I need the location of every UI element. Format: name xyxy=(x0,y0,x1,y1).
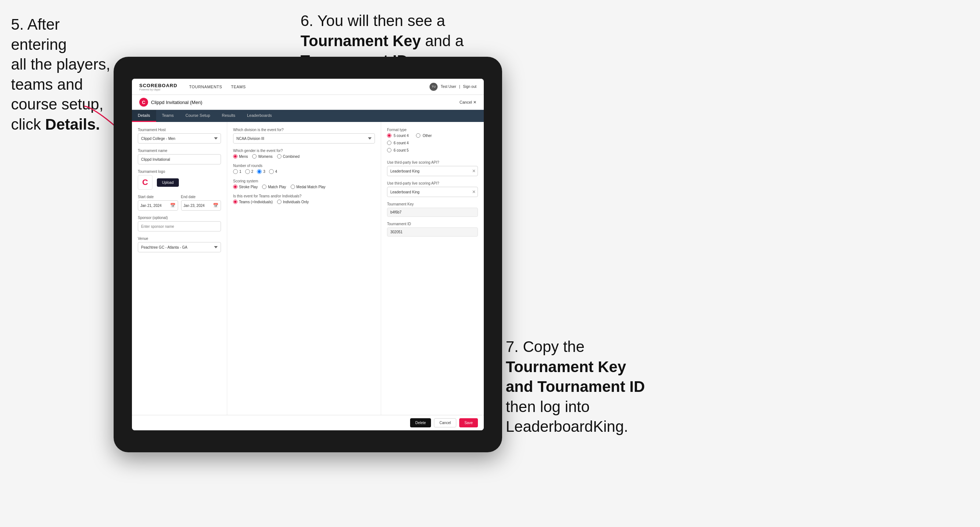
third-party-2-label: Use third-party live scoring API? xyxy=(387,181,478,185)
tournament-name-group: Tournament name xyxy=(138,149,221,164)
tournament-title: Clippd Invitational (Men) xyxy=(151,100,202,105)
format-5count4[interactable]: 5 count 4 xyxy=(387,133,409,138)
third-party-2-select[interactable]: Leaderboard King xyxy=(387,187,478,197)
scoring-group: Scoring system Stroke Play Match Play Me… xyxy=(233,179,375,189)
venue-select[interactable]: Peachtree GC - Atlanta - GA xyxy=(138,242,221,252)
top-nav: SCOREBOARD Powered by clippd TOURNAMENTS… xyxy=(132,79,484,95)
teams-plus-individuals[interactable]: Teams (+Individuals) xyxy=(233,200,273,204)
start-date-input[interactable] xyxy=(140,204,170,208)
rounds-2[interactable]: 2 xyxy=(245,169,254,174)
third-party-2-clear-button[interactable]: ✕ xyxy=(472,189,476,194)
format-columns: 5 count 4 6 count 4 6 count 5 Oth xyxy=(387,133,478,155)
format-6count4[interactable]: 6 count 4 xyxy=(387,141,409,145)
tournament-logo-label: Tournament logo xyxy=(138,170,221,174)
format-other[interactable]: Other xyxy=(416,133,432,138)
middle-column: Which division is the event for? NCAA Di… xyxy=(227,122,381,415)
scoring-stroke-play[interactable]: Stroke Play xyxy=(233,184,258,189)
venue-group: Venue Peachtree GC - Atlanta - GA xyxy=(138,237,221,252)
end-date-label: End date xyxy=(181,195,221,199)
tournament-name-input[interactable] xyxy=(138,154,221,164)
tab-course-setup[interactable]: Course Setup xyxy=(180,110,216,122)
third-party-1-group: Use third-party live scoring API? Leader… xyxy=(387,160,478,176)
rounds-group: Number of rounds 1 2 3 4 xyxy=(233,164,375,174)
delete-button[interactable]: Delete xyxy=(410,418,431,427)
cancel-button[interactable]: Cancel xyxy=(434,418,456,427)
scoring-radio-group: Stroke Play Match Play Medal Match Play xyxy=(233,184,375,189)
user-avatar: TU xyxy=(430,83,438,91)
third-party-2-group: Use third-party live scoring API? Leader… xyxy=(387,181,478,197)
teams-group: Is this event for Teams and/or Individua… xyxy=(233,194,375,204)
format-type-group: Format type 5 count 4 6 count 4 6 count … xyxy=(387,128,478,155)
third-party-1-clear-button[interactable]: ✕ xyxy=(472,168,476,174)
sponsor-group: Sponsor (optional) xyxy=(138,216,221,232)
nav-signout[interactable]: Sign out xyxy=(463,84,476,89)
scoring-match-play[interactable]: Match Play xyxy=(262,184,286,189)
logo-preview: C xyxy=(138,175,153,190)
main-content: Tournament Host Clippd College - Men Tou… xyxy=(132,122,484,415)
rounds-radio-group: 1 2 3 4 xyxy=(233,169,375,174)
tournament-name-label: Tournament name xyxy=(138,149,221,153)
end-date-calendar-icon: 📅 xyxy=(213,203,218,208)
start-date-calendar-icon: 📅 xyxy=(170,203,175,208)
tournament-logo-group: Tournament logo C Upload xyxy=(138,170,221,190)
tournament-key-label: Tournament Key xyxy=(387,202,478,206)
third-party-1-select-wrap: Leaderboard King ✕ xyxy=(387,166,478,176)
end-date-input[interactable] xyxy=(184,204,213,208)
left-column: Tournament Host Clippd College - Men Tou… xyxy=(132,122,227,415)
nav-right: TU Test User | Sign out xyxy=(430,83,476,91)
scoring-label: Scoring system xyxy=(233,179,375,183)
gender-womens[interactable]: Womens xyxy=(252,154,272,159)
bottom-bar: Delete Cancel Save xyxy=(132,415,484,430)
format-col-right: Other xyxy=(416,133,432,155)
division-select[interactable]: NCAA Division III xyxy=(233,133,375,144)
tournament-key-value: b4f6b7 xyxy=(387,208,478,217)
tablet: SCOREBOARD Powered by clippd TOURNAMENTS… xyxy=(114,57,502,452)
format-6count5[interactable]: 6 count 5 xyxy=(387,148,409,152)
rounds-label: Number of rounds xyxy=(233,164,375,168)
nav-teams[interactable]: TEAMS xyxy=(231,84,245,89)
end-date-field: End date 📅 xyxy=(181,195,221,211)
sponsor-label: Sponsor (optional) xyxy=(138,216,221,220)
nav-separator: | xyxy=(459,84,460,89)
start-date-field: Start date 📅 xyxy=(138,195,178,211)
tab-bar: Details Teams Course Setup Results Leade… xyxy=(132,110,484,122)
tournament-id-group: Tournament ID 302051 xyxy=(387,222,478,237)
rounds-4[interactable]: 4 xyxy=(269,169,277,174)
logo-sub: Powered by clippd xyxy=(139,88,177,91)
tab-teams[interactable]: Teams xyxy=(156,110,180,122)
logo-text: SCOREBOARD xyxy=(139,83,177,88)
teams-radio-group: Teams (+Individuals) Individuals Only xyxy=(233,200,375,204)
scoring-medal-match-play[interactable]: Medal Match Play xyxy=(291,184,325,189)
nav-tournaments[interactable]: TOURNAMENTS xyxy=(189,84,222,89)
individuals-only[interactable]: Individuals Only xyxy=(277,200,309,204)
third-party-1-label: Use third-party live scoring API? xyxy=(387,160,478,164)
logo-upload-area: C Upload xyxy=(138,175,221,190)
start-date-label: Start date xyxy=(138,195,178,199)
start-date-wrap: 📅 xyxy=(138,200,178,211)
gender-combined[interactable]: Combined xyxy=(277,154,300,159)
rounds-3[interactable]: 3 xyxy=(257,169,265,174)
tournament-key-group: Tournament Key b4f6b7 xyxy=(387,202,478,217)
save-button[interactable]: Save xyxy=(459,418,478,427)
sponsor-input[interactable] xyxy=(138,221,221,232)
tab-leaderboards[interactable]: Leaderboards xyxy=(241,110,278,122)
format-col-left: 5 count 4 6 count 4 6 count 5 xyxy=(387,133,409,155)
teams-label: Is this event for Teams and/or Individua… xyxy=(233,194,375,198)
third-party-1-select[interactable]: Leaderboard King xyxy=(387,166,478,176)
upload-button[interactable]: Upload xyxy=(157,178,179,187)
tournament-id-value: 302051 xyxy=(387,227,478,237)
tournament-header: C Clippd Invitational (Men) Cancel ✕ xyxy=(132,95,484,110)
tournament-host-group: Tournament Host Clippd College - Men xyxy=(138,128,221,144)
nav-user: Test User xyxy=(441,84,456,89)
end-date-wrap: 📅 xyxy=(181,200,221,211)
rounds-1[interactable]: 1 xyxy=(233,169,242,174)
logo-c-big: C xyxy=(142,178,148,187)
tournament-id-label: Tournament ID xyxy=(387,222,478,226)
tournament-logo-c: C xyxy=(139,98,148,106)
cancel-x-button[interactable]: Cancel ✕ xyxy=(460,100,476,105)
tab-results[interactable]: Results xyxy=(216,110,241,122)
right-column: Format type 5 count 4 6 count 4 6 count … xyxy=(381,122,484,415)
gender-mens[interactable]: Mens xyxy=(233,154,248,159)
tab-details[interactable]: Details xyxy=(132,110,156,122)
tournament-host-select[interactable]: Clippd College - Men xyxy=(138,133,221,144)
